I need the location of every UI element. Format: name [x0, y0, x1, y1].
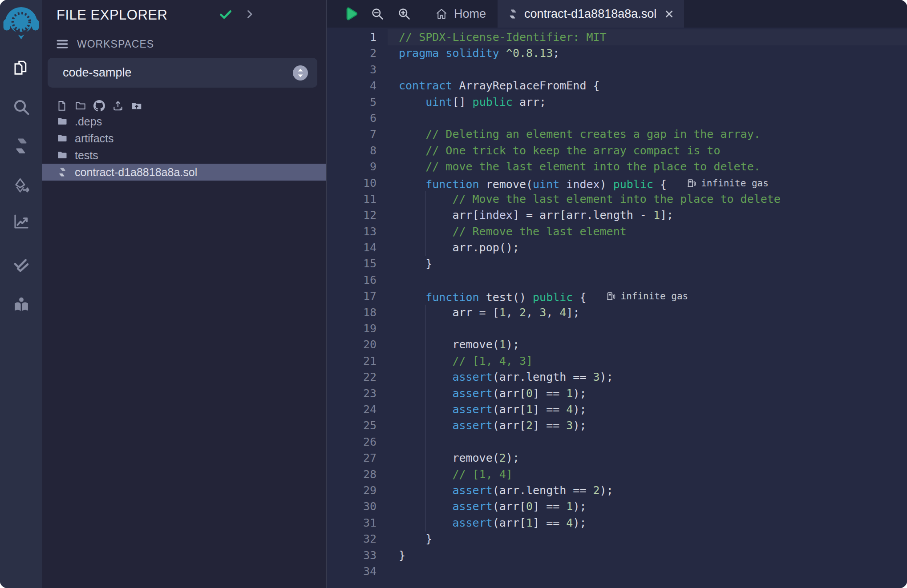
code-line-content[interactable]: assert(arr[1] == 4); [388, 402, 907, 418]
line-number: 8 [327, 143, 388, 159]
github-icon[interactable] [93, 100, 105, 112]
code-line-content[interactable]: function remove(uint index) public { inf… [388, 175, 907, 191]
line-number: 15 [327, 256, 388, 272]
folder-icon [57, 116, 68, 127]
remix-logo-icon[interactable] [2, 1, 40, 42]
indent-guide [399, 94, 399, 548]
code-line: 25 assert(arr[2] == 3); [327, 418, 907, 434]
code-line-content[interactable]: assert(arr[0] == 1); [388, 386, 907, 402]
code-line-content[interactable]: arr.pop(); [388, 240, 907, 256]
upload-file-icon[interactable] [112, 100, 124, 112]
tree-item-file[interactable]: contract-d1a8818a8a.sol [42, 164, 326, 181]
line-number: 23 [327, 386, 388, 402]
code-line-content[interactable]: function test() public { infinite gas [388, 288, 907, 304]
tree-item-folder[interactable]: .deps [42, 113, 326, 130]
code-line-content[interactable]: // Move the last element into the place … [388, 191, 907, 207]
code-line: 14 arr.pop(); [327, 240, 907, 256]
code-line-content[interactable] [388, 564, 907, 580]
run-script-icon[interactable] [340, 0, 360, 28]
line-number: 9 [327, 159, 388, 175]
panel-header: FILE EXPLORER [57, 7, 255, 23]
code-line-content[interactable]: arr = [1, 2, 3, 4]; [388, 305, 907, 321]
code-line-content[interactable] [388, 272, 907, 288]
line-number: 12 [327, 207, 388, 223]
code-line: 9 // move the last element into the plac… [327, 159, 907, 175]
code-line-content[interactable]: remove(2); [388, 450, 907, 466]
code-line: 10 function remove(uint index) public { … [327, 175, 907, 191]
code-line-content[interactable]: assert(arr[0] == 1); [388, 499, 907, 515]
check-icon[interactable] [219, 7, 233, 23]
code-line-content[interactable]: contract ArrayReplaceFromEnd { [388, 78, 907, 94]
search-icon[interactable] [11, 97, 32, 117]
remix-ide-window: FILE EXPLORER WORKSPACES code-sample [0, 0, 907, 588]
zoom-in-icon[interactable] [395, 0, 413, 28]
line-number: 33 [327, 548, 388, 564]
code-line-content[interactable]: uint[] public arr; [388, 94, 907, 110]
tree-item-label: contract-d1a8818a8a.sol [75, 166, 197, 179]
home-icon [435, 7, 448, 20]
file-toolbar [56, 100, 143, 112]
code-line: 33} [327, 548, 907, 564]
code-line: 3 [327, 62, 907, 78]
deploy-run-icon[interactable] [11, 176, 32, 197]
code-line-content[interactable] [388, 62, 907, 78]
tab-home[interactable]: Home [423, 0, 498, 28]
code-line-content[interactable]: // SPDX-License-Identifier: MIT [388, 29, 907, 45]
line-number: 5 [327, 94, 388, 110]
code-line: 2pragma solidity ^0.8.13; [327, 45, 907, 61]
code-line-content[interactable]: remove(1); [388, 337, 907, 353]
solidity-file-icon [57, 166, 68, 178]
tab-active-file[interactable]: contract-d1a8818a8a.sol [498, 0, 684, 28]
code-line-content[interactable] [388, 434, 907, 450]
code-line-content[interactable]: } [388, 256, 907, 272]
code-line-content[interactable]: } [388, 531, 907, 547]
line-number: 26 [327, 434, 388, 450]
code-line-content[interactable] [388, 321, 907, 337]
code-line-content[interactable]: // One trick to keep the array compact i… [388, 143, 907, 159]
tree-item-folder[interactable]: artifacts [42, 130, 326, 147]
zoom-out-icon[interactable] [368, 0, 387, 28]
workspaces-label: WORKSPACES [77, 38, 154, 50]
code-line-content[interactable]: assert(arr[1] == 4); [388, 515, 907, 531]
code-line-content[interactable]: // [1, 4] [388, 467, 907, 483]
code-line-content[interactable]: assert(arr.length == 2); [388, 483, 907, 499]
code-line-content[interactable]: // Deleting an element creates a gap in … [388, 126, 907, 142]
tree-item-label: .deps [75, 115, 102, 128]
code-line: 8 // One trick to keep the array compact… [327, 143, 907, 159]
code-line-content[interactable]: } [388, 548, 907, 564]
code-line-content[interactable]: assert(arr[2] == 3); [388, 418, 907, 434]
tree-item-label: tests [75, 149, 98, 162]
code-line: 24 assert(arr[1] == 4); [327, 402, 907, 418]
code-line-content[interactable]: pragma solidity ^0.8.13; [388, 45, 907, 61]
line-number: 3 [327, 62, 388, 78]
file-explorer-panel: FILE EXPLORER WORKSPACES code-sample [42, 0, 327, 588]
analytics-icon[interactable] [11, 211, 32, 232]
line-number: 30 [327, 499, 388, 515]
code-line: 1// SPDX-License-Identifier: MIT [327, 29, 907, 45]
upload-folder-icon[interactable] [130, 100, 143, 112]
chevron-right-icon[interactable] [244, 9, 255, 21]
learneth-icon[interactable] [11, 294, 32, 315]
code-line-content[interactable]: arr[index] = arr[arr.length - 1]; [388, 207, 907, 223]
code-line: 32 } [327, 531, 907, 547]
file-explorer-icon[interactable] [11, 58, 32, 79]
code-line-content[interactable]: // Remove the last element [388, 224, 907, 240]
code-line-content[interactable]: assert(arr.length == 3); [388, 369, 907, 385]
code-line: 5 uint[] public arr; [327, 94, 907, 110]
panel-title: FILE EXPLORER [57, 7, 167, 23]
code-line-content[interactable]: // [1, 4, 3] [388, 353, 907, 369]
code-line-content[interactable] [388, 110, 907, 126]
solidity-compiler-icon[interactable] [11, 135, 32, 156]
code-editor[interactable]: 1// SPDX-License-Identifier: MIT2pragma … [327, 28, 907, 588]
code-line-content[interactable]: // move the last element into the place … [388, 159, 907, 175]
workspace-select-toggle-icon [292, 65, 308, 81]
unit-testing-icon[interactable] [11, 254, 32, 275]
close-tab-icon[interactable] [664, 9, 674, 19]
tree-item-folder[interactable]: tests [42, 147, 326, 164]
new-file-icon[interactable] [56, 100, 68, 112]
new-folder-icon[interactable] [74, 100, 87, 112]
workspaces-menu-icon[interactable] [56, 37, 69, 51]
workspace-select[interactable]: code-sample [48, 58, 317, 88]
tab-home-label: Home [454, 7, 486, 21]
solidity-file-icon [507, 8, 518, 20]
